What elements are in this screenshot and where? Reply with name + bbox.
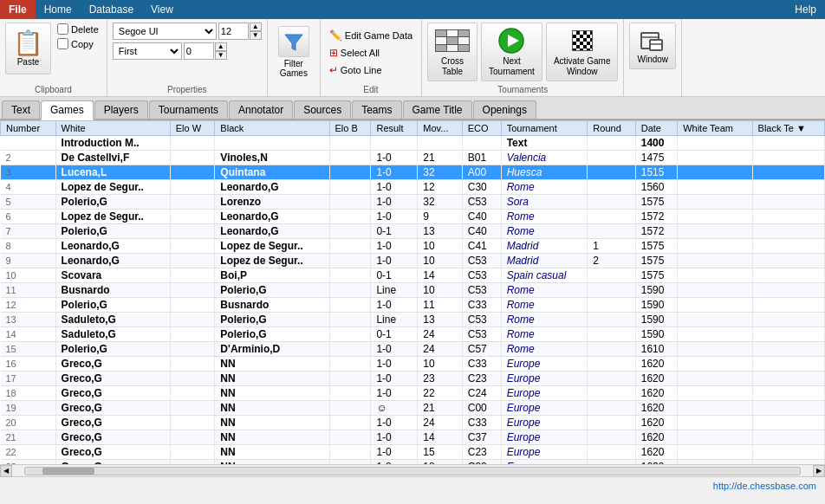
tab-annotator[interactable]: Annotator xyxy=(229,100,293,119)
table-row[interactable]: 2 De Castellvi,F Vinoles,N 1-0 21 B01 Va… xyxy=(1,151,825,165)
clipboard-small-buttons: Delete Copy xyxy=(55,23,101,50)
cell-moves: 10 xyxy=(418,254,462,268)
table-row[interactable]: 15 Polerio,G D'Arminio,D 1-0 24 C57 Rome… xyxy=(1,342,825,357)
table-row[interactable]: 11 Busnardo Polerio,G Line 10 C53 Rome 1… xyxy=(1,283,825,298)
cell-blackteam xyxy=(752,386,824,401)
tab-sources[interactable]: Sources xyxy=(294,100,351,119)
games-table-container[interactable]: Number White Elo W Black Elo B Result Mo… xyxy=(0,120,825,464)
table-row[interactable]: 22 Greco,G NN 1-0 15 C23 Europe 1620 xyxy=(1,445,825,460)
copy-checkbox[interactable] xyxy=(57,38,68,49)
cell-elow xyxy=(170,239,215,254)
view-menu[interactable]: View xyxy=(142,0,182,19)
next-tournament-button[interactable]: NextTournament xyxy=(481,23,542,81)
cell-date: 1400 xyxy=(635,136,677,151)
cell-tournament: Europe xyxy=(501,357,588,372)
cell-white: Greco,G xyxy=(55,401,170,416)
edit-game-data-button[interactable]: ✏️ Edit Game Data xyxy=(326,29,416,42)
scroll-right[interactable]: ▶ xyxy=(813,465,825,477)
table-row[interactable]: Introduction M.. Text 1400 xyxy=(1,136,825,151)
cell-whiteteam xyxy=(678,298,752,313)
table-row[interactable]: 20 Greco,G NN 1-0 24 C33 Europe 1620 xyxy=(1,416,825,430)
chessbase-link[interactable]: http://de.chessbase.com xyxy=(713,481,816,491)
table-row[interactable]: 18 Greco,G NN 1-0 22 C24 Europe 1620 xyxy=(1,386,825,401)
delete-checkbox[interactable] xyxy=(57,23,68,35)
home-menu[interactable]: Home xyxy=(36,0,81,19)
scroll-left[interactable]: ◀ xyxy=(0,465,12,477)
table-row[interactable]: 3 Lucena,L Quintana 1-0 32 A00 Huesca 15… xyxy=(1,165,825,180)
table-row[interactable]: 7 Polerio,G Leonardo,G 0-1 13 C40 Rome 1… xyxy=(1,224,825,239)
cell-elob xyxy=(329,210,371,224)
cell-whiteteam xyxy=(678,136,752,151)
size-row: ▲ ▼ xyxy=(218,23,262,40)
indent-spin-up[interactable]: ▲ xyxy=(215,42,227,51)
tab-tournaments[interactable]: Tournaments xyxy=(149,100,228,119)
table-row[interactable]: 5 Polerio,G Lorenzo 1-0 32 C53 Sora 1575 xyxy=(1,195,825,210)
cell-blackteam xyxy=(752,210,824,224)
cell-round xyxy=(588,180,635,195)
font-size-spinner[interactable]: ▲ ▼ xyxy=(250,23,262,40)
cell-date: 1590 xyxy=(635,298,677,313)
file-menu[interactable]: File xyxy=(0,0,36,19)
indent-spinner[interactable]: ▲ ▼ xyxy=(215,42,227,60)
table-row[interactable]: 17 Greco,G NN 1-0 23 C23 Europe 1620 xyxy=(1,372,825,386)
table-row[interactable]: 19 Greco,G NN ☺ 21 C00 Europe 1620 xyxy=(1,401,825,416)
table-row[interactable]: 12 Polerio,G Busnardo 1-0 11 C33 Rome 15… xyxy=(1,298,825,313)
cell-date: 1575 xyxy=(635,268,677,283)
cell-round xyxy=(588,416,635,430)
spin-up[interactable]: ▲ xyxy=(250,23,262,31)
cell-blackteam xyxy=(752,445,824,460)
cell-eco: C53 xyxy=(462,268,501,283)
tab-openings[interactable]: Openings xyxy=(473,100,536,119)
horizontal-scrollbar[interactable]: ◀ ▶ xyxy=(0,464,825,476)
table-row[interactable]: 8 Leonardo,G Lopez de Segur.. 1-0 10 C41… xyxy=(1,239,825,254)
edit-content: ✏️ Edit Game Data ⊞ Select All ↵ Goto Li… xyxy=(326,23,416,83)
database-menu[interactable]: Database xyxy=(81,0,142,19)
next-icon-svg xyxy=(497,27,525,55)
table-row[interactable]: 14 Saduleto,G Polerio,G 0-1 24 C53 Rome … xyxy=(1,327,825,342)
cell-tournament: Rome xyxy=(501,298,588,313)
table-row[interactable]: 9 Leonardo,G Lopez de Segur.. 1-0 10 C53… xyxy=(1,254,825,268)
edit-label: Edit xyxy=(363,83,378,94)
filter-games-button[interactable]: FilterGames xyxy=(273,23,315,81)
scroll-thumb[interactable] xyxy=(42,468,94,475)
indent-row: ▲ ▼ xyxy=(184,42,227,60)
table-row[interactable]: 4 Lopez de Segur.. Leonardo,G 1-0 12 C30… xyxy=(1,180,825,195)
cell-number xyxy=(1,136,56,151)
table-row[interactable]: 13 Saduleto,G Polerio,G Line 13 C53 Rome… xyxy=(1,313,825,327)
cross-table-button[interactable]: CrossTable xyxy=(427,23,477,81)
font-size-input[interactable] xyxy=(218,23,249,40)
spin-down[interactable]: ▼ xyxy=(250,31,262,40)
tab-players[interactable]: Players xyxy=(94,100,148,119)
copy-button[interactable]: Copy xyxy=(55,37,101,50)
table-row[interactable]: 6 Lopez de Segur.. Leonardo,G 1-0 9 C40 … xyxy=(1,210,825,224)
cell-black: Leonardo,G xyxy=(215,210,329,224)
table-row[interactable]: 16 Greco,G NN 1-0 10 C33 Europe 1620 xyxy=(1,357,825,372)
cell-elob xyxy=(329,313,371,327)
goto-line-button[interactable]: ↵ Goto Line xyxy=(326,63,386,77)
cell-result xyxy=(371,136,418,151)
help-menu[interactable]: Help xyxy=(786,2,825,17)
paste-button[interactable]: 📋 Paste xyxy=(5,23,51,74)
scroll-track[interactable] xyxy=(24,467,801,475)
col-result: Result xyxy=(371,121,418,136)
cell-eco: C33 xyxy=(462,416,501,430)
indent-spin-down[interactable]: ▼ xyxy=(215,51,227,60)
table-row[interactable]: 10 Scovara Boi,P 0-1 14 C53 Spain casual… xyxy=(1,268,825,283)
cell-number: 16 xyxy=(1,357,56,372)
cell-black: NN xyxy=(215,357,329,372)
tab-gametitle[interactable]: Game Title xyxy=(403,100,472,119)
cell-number: 3 xyxy=(1,165,56,180)
col-whiteteam: White Team xyxy=(678,121,752,136)
table-row[interactable]: 21 Greco,G NN 1-0 14 C37 Europe 1620 xyxy=(1,430,825,445)
style-select[interactable]: FirstNormalBold xyxy=(113,42,182,60)
tab-text[interactable]: Text xyxy=(2,100,40,119)
activate-game-window-button[interactable]: Activate GameWindow xyxy=(546,23,619,81)
font-select[interactable]: Segoe UIArialTimes New Roman xyxy=(113,23,217,40)
tab-games[interactable]: Games xyxy=(41,100,94,120)
window-button[interactable]: Window xyxy=(629,23,676,69)
indent-input[interactable] xyxy=(184,42,214,60)
tab-teams[interactable]: Teams xyxy=(352,100,401,119)
cell-moves: 24 xyxy=(418,416,462,430)
delete-button[interactable]: Delete xyxy=(55,23,101,36)
select-all-button[interactable]: ⊞ Select All xyxy=(326,46,383,60)
